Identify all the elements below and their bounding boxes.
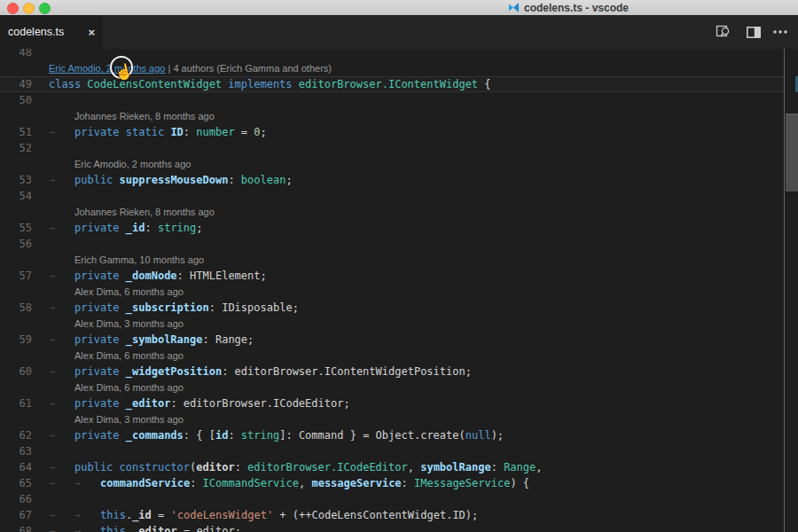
tab-close-icon[interactable]: × xyxy=(88,26,95,39)
code-token: editor xyxy=(196,461,234,473)
code-token: : xyxy=(184,126,196,138)
line-number xyxy=(0,411,32,427)
code-token: symbolRange xyxy=(420,461,490,473)
codelens-text: Alex Dima, 3 months ago xyxy=(74,414,184,425)
code-token: private xyxy=(74,397,126,410)
whitespace-tab-arrow-icon: → xyxy=(49,459,74,475)
line-number: 49 xyxy=(0,76,32,92)
code-line: 67→→this._id = 'codeLensWidget' + (++Cod… xyxy=(0,507,784,523)
code-token: : Range; xyxy=(203,333,254,346)
code-token: number xyxy=(196,126,234,138)
line-number: 55 xyxy=(0,220,32,236)
code-token: private xyxy=(74,270,126,282)
overview-ruler-border xyxy=(784,49,785,532)
line-number xyxy=(0,108,32,124)
codelens-annotation: Eric Amodio, 2 months ago xyxy=(0,156,784,172)
code-line: 62→private _commands: { [id: string]: Co… xyxy=(0,427,784,443)
code-token: editorBrowser.IContentWidget xyxy=(299,78,478,90)
codelens-link[interactable]: Eric Amodio, 2 months ago xyxy=(49,63,165,74)
code-token: + (++CodeLensContentWidget.ID); xyxy=(273,509,478,521)
code-line: 51→private static ID: number = 0; xyxy=(0,124,784,140)
line-number: 62 xyxy=(0,427,32,443)
tab-bar: codelens.ts × xyxy=(0,15,798,49)
code-token: = xyxy=(235,126,254,138)
code-lines: 48Eric Amodio, 2 months ago | 4 authors … xyxy=(0,49,784,532)
zoom-window-button[interactable] xyxy=(39,3,51,14)
line-number: 67 xyxy=(0,507,32,523)
line-number: 51 xyxy=(0,124,32,140)
code-line: 50 xyxy=(0,92,784,108)
line-number: 52 xyxy=(0,140,32,156)
code-token: : editorBrowser.IContentWidgetPosition; xyxy=(222,365,472,378)
codelens-annotation: Alex Dima, 3 months ago xyxy=(0,316,784,332)
code-token: ); xyxy=(491,429,504,442)
code-token: _editor xyxy=(126,397,171,410)
code-line: 60→private _widgetPosition: editorBrowse… xyxy=(0,364,784,379)
whitespace-tab-arrow-icon: → xyxy=(49,124,74,140)
codelens-text: Erich Gamma, 10 months ago xyxy=(74,254,204,265)
whitespace-tab-arrow-icon: → xyxy=(49,172,74,188)
codelens-text: Alex Dima, 6 months ago xyxy=(74,382,184,393)
code-token: 0 xyxy=(254,126,260,138)
line-number xyxy=(0,204,32,220)
close-window-button[interactable] xyxy=(7,3,19,14)
code-token: string xyxy=(241,429,279,442)
codelens-text: Johannes Rieken, 8 months ago xyxy=(74,111,215,121)
line-number: 56 xyxy=(0,236,32,252)
code-token: IMessageService xyxy=(414,477,510,489)
code-token: _commands xyxy=(126,429,184,442)
code-token: = xyxy=(152,509,171,521)
code-line: 61→private _editor: editorBrowser.ICodeE… xyxy=(0,395,784,411)
code-line: 57→private _domNode: HTMLElement; xyxy=(0,268,784,284)
code-line: 64→public constructor(editor: editorBrow… xyxy=(0,459,784,475)
code-token: ) { xyxy=(510,477,529,489)
codelens-text: Alex Dima, 6 months ago xyxy=(74,286,184,297)
line-number xyxy=(0,284,32,300)
code-token: private xyxy=(74,126,126,138)
hand-pointer-cursor-icon: ☝ xyxy=(113,61,135,83)
window-title: codelens.ts - vscode xyxy=(524,2,629,14)
ellipsis-icon xyxy=(772,29,788,35)
code-token: _subscription xyxy=(126,301,209,314)
codelens-annotation: Alex Dima, 3 months ago xyxy=(0,411,784,427)
minimize-window-button[interactable] xyxy=(23,3,35,14)
code-token: : HTMLElement; xyxy=(177,270,267,282)
line-number: 48 xyxy=(0,49,32,60)
open-preview-button[interactable] xyxy=(713,22,734,42)
line-number: 61 xyxy=(0,395,32,411)
line-number: 57 xyxy=(0,268,32,284)
codelens-text: Alex Dima, 6 months ago xyxy=(74,350,184,361)
titlebar[interactable]: codelens.ts - vscode xyxy=(0,0,798,16)
code-token: ; xyxy=(196,222,202,234)
tab-codelens-ts[interactable]: codelens.ts × xyxy=(0,15,103,49)
code-token: this xyxy=(100,525,126,532)
vscode-app-icon xyxy=(508,2,520,13)
code-token: boolean xyxy=(241,174,286,186)
vertical-scrollbar-thumb[interactable] xyxy=(786,113,798,192)
code-line: 65→→commandService: ICommandService, mes… xyxy=(0,475,784,491)
code-line: 68→→this._editor = editor; xyxy=(0,523,784,532)
codelens-text: Eric Amodio, 2 months ago xyxy=(74,159,191,169)
line-number xyxy=(0,156,32,172)
split-editor-button[interactable] xyxy=(743,22,764,42)
line-number: 66 xyxy=(0,491,32,507)
code-token: static xyxy=(126,126,171,138)
whitespace-tab-arrow-icon: → xyxy=(49,364,74,379)
open-preview-icon xyxy=(716,25,732,39)
editor-pane[interactable]: 48Eric Amodio, 2 months ago | 4 authors … xyxy=(0,49,798,532)
whitespace-tab-arrow-icon: → xyxy=(49,523,74,532)
code-token: ID xyxy=(170,126,183,138)
more-actions-button[interactable] xyxy=(770,22,791,42)
code-token: ICommandService xyxy=(203,477,299,489)
line-number: 50 xyxy=(0,92,32,108)
codelens-annotation: Erich Gamma, 10 months ago xyxy=(0,252,784,268)
whitespace-tab-arrow-icon: → xyxy=(74,507,100,523)
code-token: , xyxy=(299,477,311,489)
codelens-annotation: Alex Dima, 6 months ago xyxy=(0,379,784,395)
code-token: { xyxy=(478,78,490,90)
line-number: 53 xyxy=(0,172,32,188)
code-token: private xyxy=(74,333,126,346)
window-title-group: codelens.ts - vscode xyxy=(508,1,629,14)
whitespace-tab-arrow-icon: → xyxy=(49,300,74,316)
code-token: , xyxy=(536,461,542,473)
